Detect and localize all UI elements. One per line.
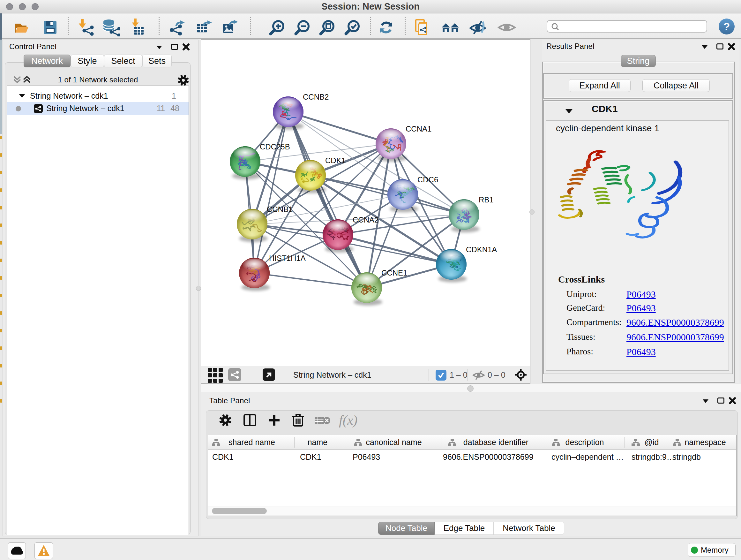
svg-text:CCNA2: CCNA2 bbox=[353, 215, 379, 224]
svg-text:CCNB2: CCNB2 bbox=[303, 92, 329, 101]
svg-text:CDC25B: CDC25B bbox=[260, 142, 290, 151]
svg-text:CDKN1A: CDKN1A bbox=[466, 245, 497, 254]
svg-text:CDK1: CDK1 bbox=[325, 156, 346, 165]
svg-text:CCNE1: CCNE1 bbox=[381, 268, 407, 277]
svg-text:CCNB1: CCNB1 bbox=[267, 205, 293, 213]
svg-text:CDC6: CDC6 bbox=[417, 175, 438, 184]
svg-text:CCNA1: CCNA1 bbox=[406, 125, 431, 133]
svg-text:HIST1H1A: HIST1H1A bbox=[269, 254, 306, 262]
svg-text:RB1: RB1 bbox=[479, 195, 494, 204]
